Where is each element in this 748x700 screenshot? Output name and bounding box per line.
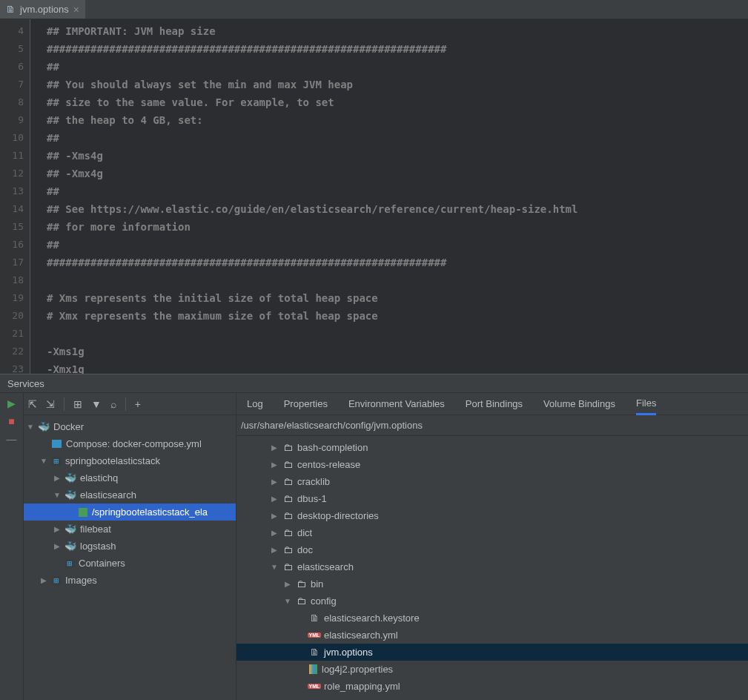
tree-row[interactable]: ▶🗀cracklib bbox=[236, 473, 748, 490]
tree-row[interactable]: ▼⊞springbootelasticstack bbox=[24, 452, 236, 469]
whale-icon: 🐳 bbox=[39, 422, 49, 432]
tree-toggle-icon[interactable]: ▼ bbox=[40, 457, 47, 465]
tree-toggle-icon[interactable]: ▶ bbox=[53, 474, 61, 482]
tree-toggle-icon[interactable]: ▶ bbox=[53, 525, 61, 533]
tree-row[interactable]: ⊞Containers bbox=[24, 555, 236, 572]
remote-file-tree[interactable]: ▶🗀bash-completion▶🗀centos-release▶🗀crack… bbox=[236, 436, 748, 700]
tree-label: Containers bbox=[79, 558, 125, 569]
services-panel: ▶ ■ — ⇱ ⇲ ⊞ ▼ ⌕ + ▼🐳DockerCompose: docke… bbox=[0, 393, 748, 700]
tree-toggle-icon[interactable]: ▶ bbox=[40, 576, 47, 584]
tree-label: dbus-1 bbox=[297, 493, 327, 504]
tree-row[interactable]: Compose: docker-compose.yml bbox=[24, 435, 236, 452]
services-panel-header[interactable]: Services bbox=[0, 374, 748, 393]
fld-icon: 🗀 bbox=[282, 443, 293, 453]
tree-row[interactable]: /springbootelasticstack_ela bbox=[24, 503, 236, 521]
code-line bbox=[35, 325, 748, 343]
code-content[interactable]: ## IMPORTANT: JVM heap size#############… bbox=[30, 19, 748, 374]
tree-toggle-icon[interactable]: ▶ bbox=[271, 495, 278, 503]
tree-row[interactable]: ▶🐳filebeat bbox=[24, 521, 236, 538]
tree-label: springbootelasticstack bbox=[65, 455, 160, 466]
tree-row[interactable]: ▶🗀desktop-directories bbox=[236, 507, 748, 524]
detail-tab-properties[interactable]: Properties bbox=[284, 393, 328, 415]
line-number: 8 bbox=[0, 93, 24, 111]
tree-row[interactable]: ▶🗀doc bbox=[236, 541, 748, 558]
tree-row[interactable]: ▶🗀dict bbox=[236, 524, 748, 541]
proc-icon: 🐳 bbox=[65, 541, 76, 552]
proc-icon: 🐳 bbox=[65, 473, 76, 483]
tree-toggle-icon[interactable]: ▼ bbox=[53, 491, 61, 499]
tree-label: bash-completion bbox=[297, 442, 368, 453]
code-line: ## bbox=[35, 129, 748, 147]
line-number: 15 bbox=[0, 218, 24, 236]
tree-row[interactable]: ▶🗀bin bbox=[236, 575, 748, 592]
tree-row[interactable]: log4j2.properties bbox=[236, 661, 748, 678]
fld-icon: 🗀 bbox=[282, 562, 293, 572]
tree-toggle-icon[interactable]: ▶ bbox=[271, 546, 278, 554]
find-icon[interactable]: ⌕ bbox=[110, 398, 116, 410]
tree-row[interactable]: ▼🗀config bbox=[236, 592, 748, 610]
services-vertical-toolbar: ▶ ■ — bbox=[0, 393, 24, 700]
services-detail-tabs: LogPropertiesEnvironment VariablesPort B… bbox=[236, 393, 748, 415]
detail-tab-files[interactable]: Files bbox=[636, 394, 656, 415]
yml-icon: YML bbox=[309, 630, 320, 641]
tree-label: desktop-directories bbox=[297, 510, 379, 521]
tree-label: doc bbox=[297, 544, 313, 555]
tree-label: elasticsearch bbox=[80, 489, 136, 501]
fld-icon: 🗀 bbox=[282, 460, 293, 470]
detail-tab-port-bindings[interactable]: Port Bindings bbox=[466, 393, 523, 415]
tree-label: Compose: docker-compose.yml bbox=[66, 438, 202, 449]
group-icon[interactable]: ⊞ bbox=[73, 398, 82, 410]
tree-label: Images bbox=[65, 575, 97, 586]
expand-all-icon[interactable]: ⇱ bbox=[28, 398, 37, 410]
service-icon: ⊞ bbox=[52, 576, 61, 585]
detail-tab-environment-variables[interactable]: Environment Variables bbox=[348, 393, 445, 415]
detail-tab-volume-bindings[interactable]: Volume Bindings bbox=[543, 393, 615, 415]
editor-area: 4567891011121314151617181920212223 ## IM… bbox=[0, 19, 748, 374]
code-line: ## You should always set the min and max… bbox=[35, 76, 748, 93]
collapse-all-icon[interactable]: ⇲ bbox=[46, 398, 55, 410]
filter-icon[interactable]: ▼ bbox=[91, 398, 102, 410]
tree-row[interactable]: ▶🗀dbus-1 bbox=[236, 490, 748, 507]
tree-row[interactable]: ▼🐳Docker bbox=[24, 418, 236, 435]
line-number: 9 bbox=[0, 111, 24, 129]
tree-row[interactable]: 🗎elasticsearch.keystore bbox=[236, 610, 748, 627]
code-line: ## -Xmx4g bbox=[35, 165, 748, 182]
tree-toggle-icon[interactable]: ▶ bbox=[271, 529, 278, 537]
tree-row[interactable]: ▼🗀elasticsearch bbox=[236, 558, 748, 575]
line-number: 10 bbox=[0, 129, 24, 147]
line-number: 4 bbox=[0, 22, 24, 40]
services-tree[interactable]: ▼🐳DockerCompose: docker-compose.yml▼⊞spr… bbox=[24, 415, 236, 700]
tree-row[interactable]: ▼🐳elasticsearch bbox=[24, 486, 236, 503]
tree-toggle-icon[interactable]: ▶ bbox=[284, 580, 291, 588]
minimize-icon[interactable]: — bbox=[4, 433, 19, 445]
stop-icon[interactable]: ■ bbox=[4, 415, 19, 427]
tree-toggle-icon[interactable]: ▶ bbox=[53, 542, 61, 550]
tree-row[interactable]: ▶🗀bash-completion bbox=[236, 439, 748, 456]
tree-toggle-icon[interactable]: ▶ bbox=[271, 460, 278, 469]
tree-toggle-icon[interactable]: ▼ bbox=[284, 597, 291, 605]
tree-row[interactable]: YMLrole_mapping.yml bbox=[236, 678, 748, 695]
tree-row[interactable]: YMLelasticsearch.yml bbox=[236, 627, 748, 644]
code-line: ## -Xms4g bbox=[35, 147, 748, 165]
tree-row[interactable]: ▶🗀centos-release bbox=[236, 456, 748, 473]
tree-row[interactable]: ▶⊞Images bbox=[24, 572, 236, 589]
add-icon[interactable]: + bbox=[135, 398, 141, 410]
tree-toggle-icon[interactable]: ▼ bbox=[271, 563, 278, 571]
run-icon[interactable]: ▶ bbox=[4, 397, 19, 409]
tree-row[interactable]: 🗎jvm.options bbox=[236, 644, 748, 661]
tree-row[interactable]: ▶🐳elastichq bbox=[24, 469, 236, 486]
tree-toggle-icon[interactable]: ▼ bbox=[27, 423, 34, 431]
line-gutter: 4567891011121314151617181920212223 bbox=[0, 19, 30, 374]
tree-toggle-icon[interactable]: ▶ bbox=[271, 512, 278, 520]
tab-title: jvm.options bbox=[20, 4, 69, 15]
tree-toggle-icon[interactable]: ▶ bbox=[271, 443, 278, 452]
detail-tab-log[interactable]: Log bbox=[247, 393, 263, 415]
line-number: 11 bbox=[0, 147, 24, 165]
fld-icon: 🗀 bbox=[296, 596, 306, 607]
code-line: ## bbox=[35, 58, 748, 76]
close-tab-icon[interactable]: × bbox=[73, 4, 79, 16]
code-line: ## See https://www.elastic.co/guide/en/e… bbox=[35, 200, 748, 218]
tree-row[interactable]: ▶🐳logstash bbox=[24, 538, 236, 555]
tree-toggle-icon[interactable]: ▶ bbox=[271, 478, 278, 486]
editor-tab[interactable]: 🗎 jvm.options × bbox=[0, 0, 85, 19]
